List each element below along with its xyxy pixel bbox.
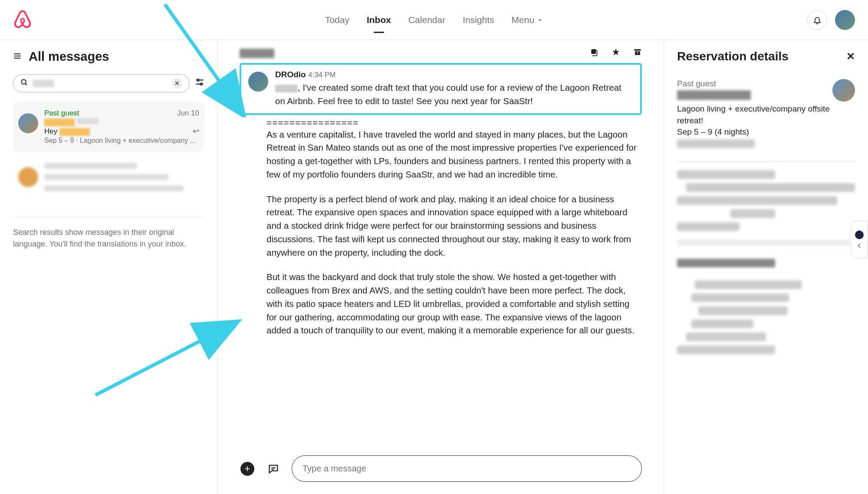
airbnb-logo[interactable] (13, 10, 32, 30)
chevron-left-icon (856, 243, 862, 249)
search-note: Search results show messages in their or… (13, 227, 204, 250)
attach-button[interactable]: + (240, 461, 255, 477)
thread-meta: Sep 5 – 9 · Lagoon living + executive/co… (44, 137, 199, 145)
svg-rect-7 (591, 49, 596, 54)
compose-bar: + (218, 448, 664, 494)
search-box[interactable]: ✕ (13, 74, 190, 92)
svg-point-4 (21, 79, 26, 84)
guest-name-redacted (677, 90, 751, 100)
notifications-button[interactable] (807, 10, 827, 30)
menu-label: Menu (512, 15, 535, 25)
thread-item-active[interactable]: Past guest Jun 10 Hey ↩ Sep 5 – 9 · Lago… (13, 101, 204, 152)
quick-replies-button[interactable] (266, 461, 281, 477)
chevron-down-icon (537, 15, 543, 25)
details-redacted-block (677, 170, 855, 231)
tab-insights[interactable]: Insights (463, 11, 494, 29)
message-sender: DROdio (275, 70, 306, 79)
nav-tabs: Today Inbox Calendar Insights Menu (325, 11, 543, 29)
search-icon (20, 79, 28, 88)
conversation-title-redacted (240, 49, 274, 58)
thread-avatar (18, 167, 38, 187)
message-time: 4:34 PM (308, 71, 335, 79)
tab-menu[interactable]: Menu (512, 11, 543, 29)
guest-status-label: Past guest (677, 79, 832, 89)
stay-dates: Sep 5 – 9 (4 nights) (677, 127, 832, 137)
thread-guest-name-redacted (44, 119, 75, 126)
tab-calendar[interactable]: Calendar (408, 11, 445, 29)
side-widget-tab[interactable] (851, 221, 868, 258)
reply-icon: ↩ (193, 126, 199, 136)
star-icon[interactable] (612, 48, 620, 59)
svg-point-5 (197, 79, 199, 81)
archive-icon[interactable] (633, 48, 642, 59)
svg-point-6 (200, 83, 202, 85)
sidebar-title: All messages (29, 49, 109, 64)
conversation-panel: DROdio 4:34 PM , I've created some draft… (218, 40, 664, 494)
compose-input[interactable] (292, 455, 642, 482)
message-para-3: But it was the backyard and dock that tr… (240, 270, 642, 337)
hamburger-icon[interactable] (13, 51, 22, 63)
message-para-2: The property is a perfect blend of work … (240, 193, 642, 260)
thread-item[interactable] (13, 155, 204, 204)
message-intro: , I've created some draft text that you … (275, 82, 621, 106)
clear-search-button[interactable]: ✕ (172, 78, 182, 89)
thread-preview-prefix: Hey (44, 127, 59, 135)
sidebar: All messages ✕ Past guest Jun 10 (0, 40, 218, 494)
app-header: Today Inbox Calendar Insights Menu (0, 0, 868, 40)
tab-today[interactable]: Today (325, 11, 349, 29)
message-avatar (248, 72, 268, 92)
message-separator: ================ (240, 118, 642, 128)
thread-status: Past guest (44, 109, 79, 118)
guest-avatar[interactable] (832, 79, 855, 102)
header-right (807, 10, 855, 30)
recipient-name-redacted (275, 85, 298, 92)
search-input-redacted (33, 79, 54, 87)
details-redacted-block-2 (677, 259, 855, 354)
message-para-1: As a venture capitalist, I have traveled… (240, 128, 642, 181)
panel-title: Reservation details (677, 49, 789, 63)
close-panel-button[interactable]: ✕ (846, 50, 855, 63)
annotated-message: DROdio 4:34 PM , I've created some draft… (240, 63, 642, 115)
listing-name: Lagoon living + executive/company offsit… (677, 103, 832, 126)
user-avatar[interactable] (835, 10, 855, 30)
widget-dot-icon (855, 231, 864, 239)
report-icon[interactable] (590, 48, 598, 59)
thread-date: Jun 10 (177, 109, 199, 118)
filter-icon[interactable] (195, 77, 204, 89)
reservation-details-panel: Reservation details ✕ Past guest Lagoon … (664, 40, 868, 494)
tab-inbox[interactable]: Inbox (367, 11, 391, 29)
thread-avatar (18, 113, 38, 133)
thread-preview-redacted (59, 128, 90, 136)
